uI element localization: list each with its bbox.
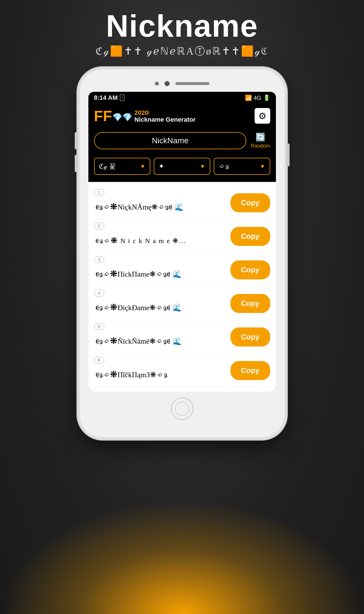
logo-year: 2020 xyxy=(134,110,148,116)
result-number-1: 1 xyxy=(94,189,104,196)
random-button[interactable]: 🔄 Random xyxy=(251,132,270,149)
result-item-6: 6 ℭℊ꩜❋ПĩčkПąmЗ❋꩜ℊ Copy xyxy=(94,354,270,387)
page-background: Nickname ℭℊ🟧✝✝ ℊℯℕℯℝAⓉøℝ✝✝🟧ℊℭ 8: xyxy=(0,0,364,614)
copy-button-6[interactable]: Copy xyxy=(230,361,270,380)
result-number-6: 6 xyxy=(94,357,104,364)
volume-up-button xyxy=(75,132,78,149)
logo-ff-text: FF xyxy=(94,109,112,123)
subtitle-decoration: ℭℊ🟧✝✝ ℊℯℕℯℝAⓉøℝ✝✝🟧ℊℭ xyxy=(95,45,269,57)
gear-icon: ⚙ xyxy=(258,111,267,121)
random-label: Random xyxy=(251,143,270,149)
phone-speaker xyxy=(175,82,209,85)
logo-nickname-text: Nickname Generator xyxy=(134,116,195,123)
copy-button-5[interactable]: Copy xyxy=(230,327,270,347)
copy-button-4[interactable]: Copy xyxy=(230,294,270,313)
status-bar: 8:14 AM ↑ 📶 4G 🔋 xyxy=(88,92,276,104)
result-item-1: 1 ℭℊ꩜❋NiçkNÅmę❋꩜ℊℭ 🌊 Copy xyxy=(94,186,270,220)
result-text-5: ℭℊ꩜❋ÑïckÑämë❋꩜ℊℭ 🌊 xyxy=(94,328,208,346)
dropdown-icon-3: ꩜ℊ xyxy=(219,162,229,170)
result-text-3: ℭℊ꩜❋ПickПame❋꩜ℊℭ 🌊 xyxy=(94,261,208,279)
dropdown-style-2[interactable]: ✦ ▼ xyxy=(154,158,210,175)
dropdown-arrow-3: ▼ xyxy=(260,163,265,170)
signal-icon: 📶 xyxy=(245,94,252,101)
copy-button-3[interactable]: Copy xyxy=(230,260,270,279)
results-list: 1 ℭℊ꩜❋NiçkNÅmę❋꩜ℊℭ 🌊 Copy 2 ℭℊ꩜❋ xyxy=(88,182,276,392)
settings-button[interactable]: ⚙ xyxy=(255,108,270,124)
home-button-inner xyxy=(175,402,189,416)
volume-down-button xyxy=(75,155,78,172)
battery-icon: 🔋 xyxy=(263,94,270,101)
phone-top-bar xyxy=(88,81,276,86)
result-item-2: 2 ℭℊ꩜❋ N i c k N a m e ❋... Copy xyxy=(94,220,270,253)
nickname-input-container[interactable]: NickName xyxy=(94,132,247,149)
phone-screen: 8:14 AM ↑ 📶 4G 🔋 FF 💎💎 xyxy=(88,92,276,392)
dropdown-row: ℭℊ 꽃 ▼ ✦ ▼ ꩜ℊ ▼ xyxy=(88,155,276,182)
dropdown-icon-2: ✦ xyxy=(159,162,164,170)
result-item-3: 3 ℭℊ꩜❋ПickПame❋꩜ℊℭ 🌊 Copy xyxy=(94,253,270,287)
result-text-2: ℭℊ꩜❋ N i c k N a m e ❋... xyxy=(94,228,208,245)
result-text-4: ℭℊ꩜❋ÐiçkÐame❋꩜ℊℭ 🌊 xyxy=(94,295,208,312)
result-text-6: ℭℊ꩜❋ПĩčkПąmЗ❋꩜ℊ xyxy=(94,362,208,379)
status-network: 📶 4G 🔋 xyxy=(245,94,270,101)
result-number-5: 5 xyxy=(94,323,104,330)
dropdown-arrow-1: ▼ xyxy=(140,163,145,170)
dropdown-style-3[interactable]: ꩜ℊ ▼ xyxy=(214,158,270,175)
app-header-section: Nickname ℭℊ🟧✝✝ ℊℯℕℯℝAⓉøℝ✝✝🟧ℊℭ xyxy=(0,0,364,61)
status-time: 8:14 AM ↑ xyxy=(94,94,125,101)
home-button[interactable] xyxy=(171,397,194,420)
bottom-glow xyxy=(0,500,364,614)
logo-cursor: | xyxy=(148,110,149,115)
app-logo: FF 💎💎 2020 | Nickname Generator xyxy=(94,109,196,123)
dropdown-style-1[interactable]: ℭℊ 꽃 ▼ xyxy=(94,158,151,175)
result-number-4: 4 xyxy=(94,290,104,296)
result-number-3: 3 xyxy=(94,256,104,263)
phone-frame: 8:14 AM ↑ 📶 4G 🔋 FF 💎💎 xyxy=(80,70,284,437)
phone-dot xyxy=(155,82,159,86)
app-top-bar: FF 💎💎 2020 | Nickname Generator ⚙ xyxy=(88,104,276,129)
page-title: Nickname xyxy=(0,9,364,43)
random-icon: 🔄 xyxy=(255,132,265,142)
result-item-4: 4 ℭℊ꩜❋ÐiçkÐame❋꩜ℊℭ 🌊 Copy xyxy=(94,287,270,320)
copy-button-2[interactable]: Copy xyxy=(230,227,270,246)
upload-icon: ↑ xyxy=(120,95,124,101)
power-button xyxy=(286,144,290,166)
result-item-5: 5 ℭℊ꩜❋ÑïckÑämë❋꩜ℊℭ 🌊 Copy xyxy=(94,320,270,354)
front-camera xyxy=(165,81,170,86)
input-area: NickName 🔄 Random xyxy=(88,129,276,155)
nickname-input-value[interactable]: NickName xyxy=(102,136,239,145)
header-subtitle: ℭℊ🟧✝✝ ℊℯℕℯℝAⓉøℝ✝✝🟧ℊℭ xyxy=(0,44,364,58)
dropdown-arrow-2: ▼ xyxy=(200,163,205,170)
dropdown-icon-1: ℭℊ 꽃 xyxy=(99,162,116,171)
phone-wrapper: 8:14 AM ↑ 📶 4G 🔋 FF 💎💎 xyxy=(0,70,364,437)
result-text-1: ℭℊ꩜❋NiçkNÅmę❋꩜ℊℭ 🌊 xyxy=(94,194,208,211)
logo-gems: 💎💎 xyxy=(113,113,132,122)
logo-text-block: 2020 | Nickname Generator xyxy=(134,110,195,123)
copy-button-1[interactable]: Copy xyxy=(230,193,270,212)
result-number-2: 2 xyxy=(94,223,104,229)
